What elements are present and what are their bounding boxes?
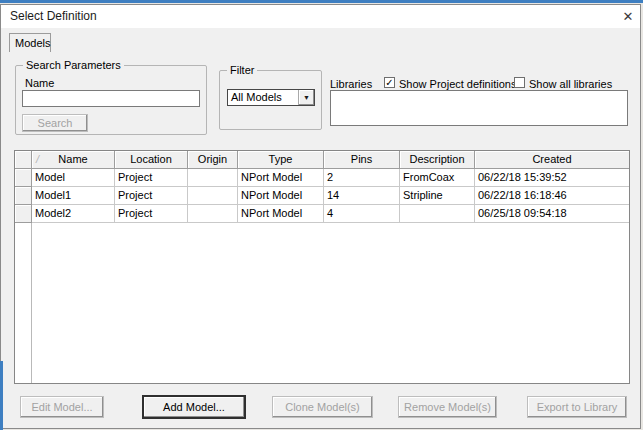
table-cell: FromCoax: [400, 169, 475, 187]
tab-models-label: Models: [15, 37, 50, 49]
table-cell: Stripline: [400, 187, 475, 205]
table-cell: 14: [324, 187, 400, 205]
row-header-cell[interactable]: [15, 187, 32, 205]
libraries-label: Libraries: [330, 78, 372, 90]
table-cell: [188, 205, 238, 223]
table-header-row: / Name Location Origin Type Pins Descrip…: [15, 151, 629, 169]
column-header-name[interactable]: / Name: [32, 151, 115, 169]
tab-models[interactable]: Models: [9, 33, 51, 52]
table-cell: Project: [115, 169, 188, 187]
table-corner-cell: [15, 151, 32, 169]
add-model-button[interactable]: Add Model...: [143, 396, 245, 418]
column-header-origin[interactable]: Origin: [188, 151, 238, 169]
title-bar: Select Definition ✕: [1, 5, 640, 28]
table-cell: [188, 187, 238, 205]
table-cell: NPort Model: [238, 205, 324, 223]
column-header-pins[interactable]: Pins: [324, 151, 400, 169]
table-row[interactable]: Model2ProjectNPort Model406/25/18 09:54:…: [15, 205, 629, 223]
table-cell: Model: [32, 169, 115, 187]
table-cell: NPort Model: [238, 169, 324, 187]
table-cell: Project: [115, 187, 188, 205]
show-project-definitions-label: Show Project definitions: [399, 78, 516, 90]
name-input[interactable]: [22, 90, 200, 107]
show-all-libraries-checkbox[interactable]: [514, 77, 525, 88]
table-cell: Model2: [32, 205, 115, 223]
table-cell: NPort Model: [238, 187, 324, 205]
grid-rows: ModelProjectNPort Model2FromCoax06/22/18…: [15, 169, 629, 223]
filter-dropdown[interactable]: All Models ▼: [227, 89, 315, 106]
remove-models-button[interactable]: Remove Model(s): [398, 396, 497, 418]
chevron-down-icon: ▼: [303, 94, 310, 101]
column-header-created[interactable]: Created: [475, 151, 629, 169]
table-row[interactable]: ModelProjectNPort Model2FromCoax06/22/18…: [15, 169, 629, 187]
show-all-libraries-label: Show all libraries: [529, 78, 612, 90]
dialog-title: Select Definition: [10, 5, 97, 28]
table-row[interactable]: Model1ProjectNPort Model14Stripline06/22…: [15, 187, 629, 205]
search-button[interactable]: Search: [22, 114, 88, 132]
filter-selected-value: All Models: [231, 91, 282, 104]
table-cell: 06/22/18 15:39:52: [475, 169, 629, 187]
column-header-location[interactable]: Location: [115, 151, 188, 169]
show-project-definitions-checkbox[interactable]: ✓: [384, 77, 395, 88]
table-cell: [188, 169, 238, 187]
close-icon[interactable]: ✕: [616, 5, 640, 28]
row-header-cell[interactable]: [15, 205, 32, 223]
background-app-accent-line: [0, 0, 643, 3]
table-cell: 2: [324, 169, 400, 187]
export-to-library-button[interactable]: Export to Library: [527, 396, 627, 418]
table-cell: 4: [324, 205, 400, 223]
sort-ascending-icon: /: [36, 151, 39, 168]
libraries-listbox[interactable]: [330, 90, 628, 126]
clone-models-button[interactable]: Clone Model(s): [272, 396, 373, 418]
checkmark-icon: ✓: [385, 78, 394, 87]
table-cell: [400, 205, 475, 223]
column-header-description[interactable]: Description: [400, 151, 475, 169]
filter-group-label: Filter: [227, 64, 257, 76]
name-label: Name: [25, 77, 54, 89]
models-table: / Name Location Origin Type Pins Descrip…: [14, 150, 630, 384]
table-cell: Project: [115, 205, 188, 223]
search-parameters-group-label: Search Parameters: [23, 59, 124, 71]
dropdown-arrow-button[interactable]: ▼: [298, 90, 314, 105]
table-cell: Model1: [32, 187, 115, 205]
edit-model-button[interactable]: Edit Model...: [20, 396, 104, 418]
table-cell: 06/22/18 16:18:46: [475, 187, 629, 205]
column-header-type[interactable]: Type: [238, 151, 324, 169]
table-cell: 06/25/18 09:54:18: [475, 205, 629, 223]
row-header-cell[interactable]: [15, 169, 32, 187]
background-app-edge-left: [0, 361, 3, 430]
screen: Select Definition ✕ Models Search Parame…: [0, 0, 643, 430]
